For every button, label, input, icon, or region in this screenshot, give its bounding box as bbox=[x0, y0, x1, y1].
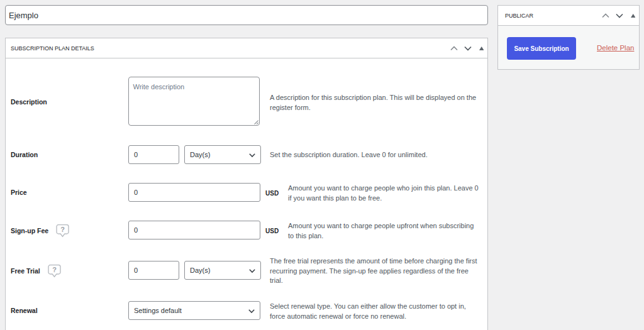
svg-text:?: ? bbox=[52, 266, 57, 273]
svg-text:?: ? bbox=[60, 226, 65, 233]
